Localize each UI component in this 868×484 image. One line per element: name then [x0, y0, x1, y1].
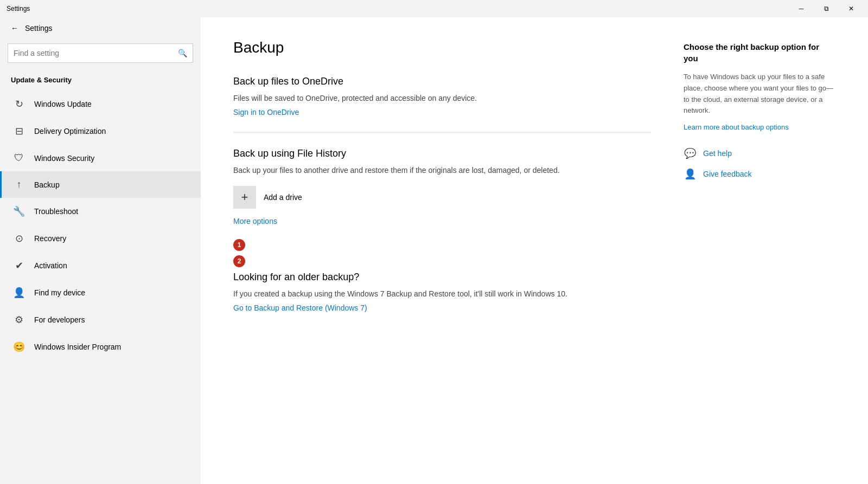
- file-history-heading: Back up using File History: [233, 148, 651, 159]
- sidebar-item-recovery[interactable]: ⊙ Recovery: [0, 225, 201, 252]
- plus-icon: +: [241, 190, 248, 204]
- search-input[interactable]: [14, 49, 178, 57]
- windows-update-icon: ↻: [12, 98, 25, 110]
- badge-2: 2: [233, 255, 245, 267]
- app-title: Settings: [7, 5, 30, 12]
- right-panel-title: Choose the right backup option for you: [684, 41, 835, 64]
- for-developers-label: For developers: [34, 315, 85, 324]
- search-box[interactable]: 🔍: [8, 43, 193, 63]
- windows-insider-icon: 😊: [12, 341, 25, 353]
- sidebar-item-activation[interactable]: ✔ Activation: [0, 252, 201, 279]
- older-backup-wrapper: 1: [233, 239, 651, 255]
- help-items: 💬 Get help 👤 Give feedback: [684, 147, 835, 180]
- window-controls: ─ ⧉ ✕: [789, 0, 864, 17]
- content-area: Backup Back up files to OneDrive Files w…: [201, 17, 868, 484]
- delivery-optimization-icon: ⊟: [12, 125, 25, 137]
- back-label: Settings: [25, 24, 53, 33]
- windows-security-icon: 🛡: [12, 152, 25, 164]
- onedrive-heading: Back up files to OneDrive: [233, 76, 651, 87]
- older-backup-section: 2 Looking for an older backup? If you cr…: [233, 255, 651, 313]
- find-device-label: Find my device: [34, 288, 85, 297]
- learn-more-link[interactable]: Learn more about backup options: [684, 123, 835, 131]
- older-backup-heading: Looking for an older backup?: [233, 272, 651, 283]
- delivery-optimization-label: Delivery Optimization: [34, 127, 106, 135]
- back-arrow-icon: ←: [11, 24, 18, 33]
- badge-1: 1: [233, 239, 245, 251]
- page-title: Backup: [233, 39, 651, 56]
- sidebar: ← Settings 🔍 Update & Security ↻ Windows…: [0, 17, 201, 484]
- back-button[interactable]: ← Settings: [0, 17, 201, 39]
- right-panel-description: To have Windows back up your files to a …: [684, 72, 835, 117]
- activation-icon: ✔: [12, 260, 25, 272]
- sidebar-item-for-developers[interactable]: ⚙ For developers: [0, 306, 201, 333]
- search-icon: 🔍: [178, 49, 187, 57]
- go-to-backup-restore-link[interactable]: Go to Backup and Restore (Windows 7): [233, 304, 367, 312]
- main-content: Backup Back up files to OneDrive Files w…: [233, 39, 651, 462]
- activation-label: Activation: [34, 261, 67, 270]
- sidebar-item-windows-update[interactable]: ↻ Windows Update: [0, 91, 201, 118]
- divider-1: [233, 132, 651, 133]
- file-history-section: Back up using File History Back up your …: [233, 148, 651, 226]
- troubleshoot-label: Troubleshoot: [34, 207, 78, 216]
- for-developers-icon: ⚙: [12, 314, 25, 326]
- help-item-give-feedback[interactable]: 👤 Give feedback: [684, 168, 835, 180]
- sidebar-item-windows-security[interactable]: 🛡 Windows Security: [0, 145, 201, 171]
- windows-security-label: Windows Security: [34, 154, 94, 163]
- onedrive-description: Files will be saved to OneDrive, protect…: [233, 93, 651, 104]
- sidebar-section-title: Update & Security: [0, 72, 201, 91]
- older-backup-description: If you created a backup using the Window…: [233, 288, 651, 300]
- file-history-description: Back up your files to another drive and …: [233, 165, 651, 176]
- minimize-button[interactable]: ─: [789, 0, 814, 17]
- add-drive-label: Add a drive: [264, 193, 302, 202]
- onedrive-section: Back up files to OneDrive Files will be …: [233, 76, 651, 117]
- right-panel: Choose the right backup option for you T…: [684, 39, 835, 462]
- windows-update-label: Windows Update: [34, 100, 92, 108]
- help-item-get-help[interactable]: 💬 Get help: [684, 147, 835, 159]
- app-container: ← Settings 🔍 Update & Security ↻ Windows…: [0, 17, 868, 484]
- sidebar-item-troubleshoot[interactable]: 🔧 Troubleshoot: [0, 198, 201, 225]
- give-feedback-label[interactable]: Give feedback: [703, 170, 752, 178]
- sidebar-item-windows-insider[interactable]: 😊 Windows Insider Program: [0, 333, 201, 360]
- sidebar-item-delivery-optimization[interactable]: ⊟ Delivery Optimization: [0, 118, 201, 145]
- titlebar: Settings ─ ⧉ ✕: [0, 0, 868, 17]
- backup-icon: ↑: [12, 179, 25, 190]
- sign-in-onedrive-link[interactable]: Sign in to OneDrive: [233, 108, 299, 117]
- titlebar-left: Settings: [7, 5, 30, 12]
- add-drive-button[interactable]: +: [233, 186, 256, 209]
- recovery-icon: ⊙: [12, 233, 25, 244]
- recovery-label: Recovery: [34, 234, 66, 243]
- sidebar-item-backup[interactable]: ↑ Backup: [0, 171, 201, 198]
- windows-insider-label: Windows Insider Program: [34, 343, 121, 351]
- troubleshoot-icon: 🔧: [12, 205, 25, 217]
- get-help-label[interactable]: Get help: [703, 149, 732, 158]
- add-drive-container: + Add a drive: [233, 186, 651, 209]
- nav-list: ↻ Windows Update ⊟ Delivery Optimization…: [0, 91, 201, 360]
- find-device-icon: 👤: [12, 287, 25, 299]
- restore-button[interactable]: ⧉: [814, 0, 839, 17]
- backup-label: Backup: [34, 180, 60, 189]
- get-help-icon: 💬: [684, 147, 697, 159]
- give-feedback-icon: 👤: [684, 168, 697, 180]
- sidebar-item-find-device[interactable]: 👤 Find my device: [0, 279, 201, 306]
- more-options-link[interactable]: More options: [233, 217, 277, 225]
- close-button[interactable]: ✕: [839, 0, 864, 17]
